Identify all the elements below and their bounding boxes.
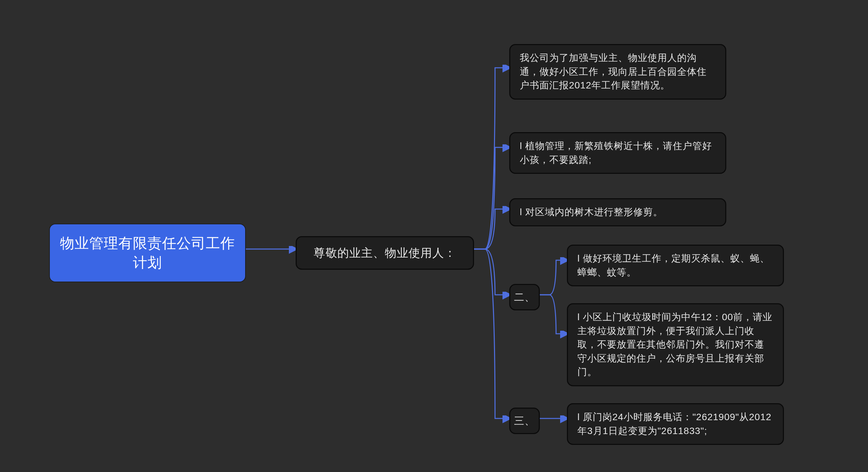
group2-child-1[interactable]: l 小区上门收垃圾时间为中午12：00前，请业主将垃圾放置门外，便于我们派人上门… <box>567 303 784 386</box>
group2-node[interactable]: 二、 <box>509 284 540 310</box>
level1-node[interactable]: 尊敬的业主、物业使用人： <box>296 236 474 270</box>
leaf-plant[interactable]: l 植物管理，新繁殖铁树近十株，请住户管好小孩，不要践踏; <box>509 132 726 174</box>
group3-node[interactable]: 三、 <box>509 408 540 434</box>
group3-child-0[interactable]: l 原门岗24小时服务电话："2621909"从2012年3月1日起变更为"26… <box>567 403 784 445</box>
leaf-tree[interactable]: l 对区域内的树木进行整形修剪。 <box>509 198 726 226</box>
mindmap-canvas: 物业管理有限责任公司工作计划 尊敬的业主、物业使用人： 我公司为了加强与业主、物… <box>0 0 868 472</box>
group2-child-0[interactable]: l 做好环境卫生工作，定期灭杀鼠、蚁、蝇、蟑螂、蚊等。 <box>567 245 784 286</box>
root-node[interactable]: 物业管理有限责任公司工作计划 <box>49 224 246 282</box>
leaf-intro[interactable]: 我公司为了加强与业主、物业使用人的沟通，做好小区工作，现向居上百合园全体住户书面… <box>509 44 726 100</box>
